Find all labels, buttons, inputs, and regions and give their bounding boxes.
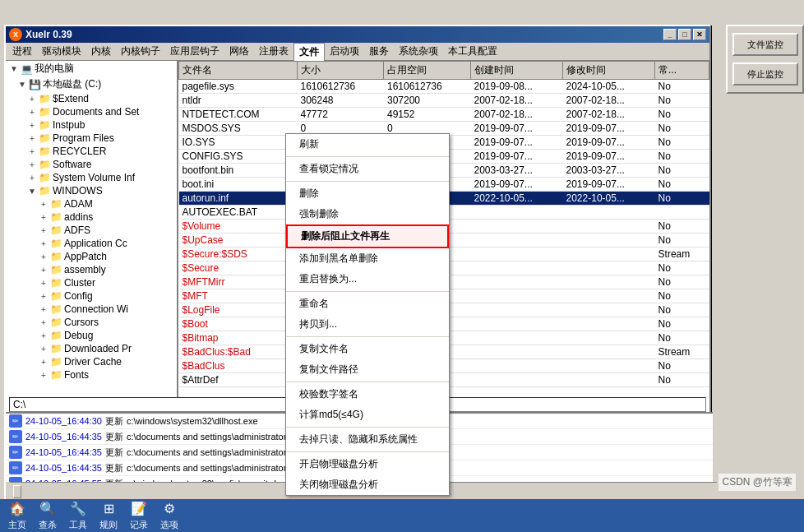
tree-item-windows[interactable]: ▼ 📁 WINDOWS	[6, 184, 177, 197]
file-attr: No	[655, 178, 709, 192]
menu-network[interactable]: 网络	[224, 43, 254, 60]
file-created	[470, 234, 562, 247]
close-button[interactable]: ✕	[693, 29, 706, 40]
tree-item-fonts[interactable]: + 📁 Fonts	[6, 368, 177, 382]
file-created: 2019-09-07...	[470, 136, 562, 150]
minimize-button[interactable]: _	[663, 29, 677, 40]
tree-item-system-volume[interactable]: + 📁 System Volume Inf	[6, 171, 177, 184]
col-created[interactable]: 创建时间	[470, 62, 562, 80]
taskbar-records[interactable]: 📝 记录	[130, 501, 148, 531]
tree-item-c-drive[interactable]: ▼ 💾 本地磁盘 (C:)	[6, 76, 177, 92]
context-menu-item[interactable]: 去掉只读、隐藏和系统属性	[286, 429, 449, 450]
maximize-button[interactable]: □	[678, 29, 691, 40]
taskbar-rules[interactable]: ⊞ 规则	[99, 501, 118, 531]
file-attr: No	[655, 317, 709, 331]
col-used[interactable]: 占用空间	[384, 62, 471, 80]
file-name: NTDETECT.COM	[179, 108, 298, 122]
context-menu-item[interactable]: 校验数字签名	[286, 384, 449, 405]
tree-item-downloaded[interactable]: + 📁 Downloaded Pr	[6, 342, 177, 355]
tree-item-cursors[interactable]: + 📁 Cursors	[6, 316, 177, 329]
context-menu-item[interactable]: 删除后阻止文件再生	[286, 224, 449, 248]
file-created: 2022-10-05...	[470, 192, 562, 206]
file-created: 2007-02-18...	[470, 94, 562, 108]
context-menu-item[interactable]: 关闭物理磁盘分析	[286, 474, 449, 495]
tree-item-instpub[interactable]: + 📁 Instpub	[6, 118, 177, 132]
tree-item-addins[interactable]: + 📁 addins	[6, 210, 177, 224]
col-size[interactable]: 大小	[297, 62, 384, 80]
file-attr	[655, 206, 709, 220]
context-menu-item[interactable]: 重命名	[286, 294, 449, 314]
file-modified	[563, 261, 655, 275]
tree-item-software[interactable]: + 📁 Software	[6, 158, 177, 171]
context-menu-item[interactable]: 计算md5(≤4G)	[286, 405, 449, 425]
menu-system[interactable]: 系统杂项	[394, 43, 443, 60]
tree-item-adam[interactable]: + 📁 ADAM	[6, 197, 177, 210]
file-attr: Stream	[655, 247, 709, 261]
tree-item-documents[interactable]: + 📁 Documents and Set	[6, 105, 177, 118]
context-menu-item[interactable]: 开启物理磁盘分析	[286, 454, 449, 474]
file-created: 2007-02-18...	[470, 108, 562, 122]
context-menu-item[interactable]: 复制文件名	[286, 339, 449, 359]
table-row[interactable]: NTDETECT.COM 47772 49152 2007-02-18... 2…	[179, 108, 709, 122]
file-name: $BadClus:$Bad	[179, 345, 298, 359]
menu-kernel-hook[interactable]: 内核钩子	[116, 43, 165, 60]
file-modified	[563, 373, 655, 387]
file-modified: 2019-09-07...	[563, 122, 655, 136]
context-menu-item[interactable]: 强制删除	[286, 204, 449, 224]
stop-monitor-button[interactable]: 停止监控	[732, 62, 798, 86]
context-menu-item[interactable]: 刷新	[286, 134, 449, 155]
tree-item-debug[interactable]: + 📁 Debug	[6, 329, 177, 342]
col-modified[interactable]: 修改时间	[563, 62, 655, 80]
taskbar-home[interactable]: 🏠 主页	[8, 501, 26, 531]
tree-item-assembly[interactable]: + 📁 assembly	[6, 263, 177, 276]
tree-item-recycler[interactable]: + 📁 RECYCLER	[6, 145, 177, 158]
file-created	[470, 289, 562, 303]
menu-config[interactable]: 本工具配置	[443, 43, 502, 60]
menu-startup[interactable]: 启动项	[325, 43, 364, 60]
context-menu-item[interactable]: 查看锁定情况	[286, 159, 449, 179]
file-attr: No	[655, 289, 709, 303]
menu-service[interactable]: 服务	[364, 43, 394, 60]
table-row[interactable]: ntldr 306248 307200 2007-02-18... 2007-0…	[179, 94, 709, 108]
tree-item-config[interactable]: + 📁 Config	[6, 289, 177, 303]
file-modified	[563, 247, 655, 261]
menu-file[interactable]: 文件	[293, 43, 325, 61]
file-attr: No	[655, 331, 709, 345]
table-row[interactable]: pagefile.sys 1610612736 1610612736 2019-…	[179, 80, 709, 94]
tree-item-appcc[interactable]: + 📁 Application Cc	[6, 237, 177, 250]
main-window: X XueIr 0.39 _ □ ✕ 进程 驱动模块 内核 内核钩子 应用层钩子…	[4, 25, 711, 502]
watermark: CSDN @竹等寒	[719, 474, 796, 491]
col-filename[interactable]: 文件名	[179, 62, 298, 80]
context-menu-item[interactable]: 添加到黑名单删除	[286, 248, 449, 269]
context-menu-item[interactable]: 重启替换为...	[286, 269, 449, 289]
taskbar-tools[interactable]: 🔧 工具	[69, 501, 87, 531]
tree-item-programfiles[interactable]: + 📁 Program Files	[6, 132, 177, 145]
tree-panel[interactable]: ▼ 💻 我的电脑 ▼ 💾 本地磁盘 (C:) + 📁 $Extend + 📁 D…	[6, 61, 178, 428]
tree-item-cluster[interactable]: + 📁 Cluster	[6, 276, 177, 289]
tree-item-apppatch[interactable]: + 📁 AppPatch	[6, 250, 177, 263]
file-monitor-button[interactable]: 文件监控	[732, 33, 798, 56]
taskbar-scan[interactable]: 🔍 查杀	[39, 501, 57, 531]
menu-registry[interactable]: 注册表	[254, 43, 293, 60]
taskbar-options[interactable]: ⚙ 选项	[160, 501, 178, 531]
context-menu-item[interactable]: 复制文件路径	[286, 359, 449, 380]
menu-app-hook[interactable]: 应用层钩子	[165, 43, 224, 60]
context-menu-separator	[286, 336, 449, 337]
tree-item-drivercache[interactable]: + 📁 Driver Cache	[6, 355, 177, 368]
menu-kernel[interactable]: 内核	[86, 43, 116, 60]
tree-item-mycomputer[interactable]: ▼ 💻 我的电脑	[6, 61, 177, 76]
file-name: ntldr	[179, 94, 298, 108]
tree-item-connection[interactable]: + 📁 Connection Wi	[6, 303, 177, 316]
file-created	[470, 331, 562, 345]
file-attr: No	[655, 220, 709, 234]
tree-item-adfs[interactable]: + 📁 ADFS	[6, 224, 177, 237]
menu-driver[interactable]: 驱动模块	[37, 43, 86, 60]
col-attr[interactable]: 常...	[655, 62, 709, 80]
file-name: $MFT	[179, 289, 298, 303]
context-menu[interactable]: 刷新查看锁定情况删除强制删除删除后阻止文件再生添加到黑名单删除重启替换为...重…	[285, 133, 450, 496]
context-menu-item[interactable]: 拷贝到...	[286, 314, 449, 335]
file-used: 307200	[384, 94, 471, 108]
tree-item-extend[interactable]: + 📁 $Extend	[6, 92, 177, 105]
context-menu-item[interactable]: 删除	[286, 183, 449, 204]
menu-process[interactable]: 进程	[7, 43, 37, 60]
